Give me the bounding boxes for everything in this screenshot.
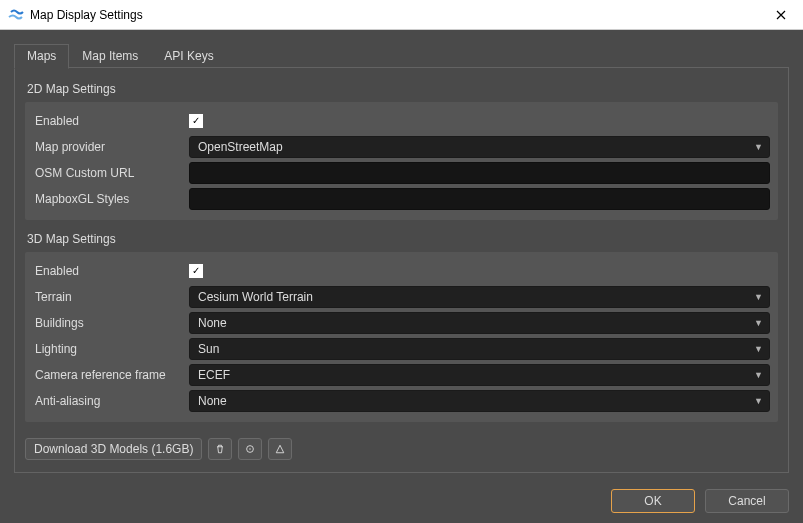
tab-maps[interactable]: Maps — [14, 44, 69, 69]
checkbox-3d-enabled[interactable]: ✓ — [189, 264, 203, 278]
window-title: Map Display Settings — [30, 8, 765, 22]
select-map-provider[interactable]: OpenStreetMap ▼ — [189, 136, 770, 158]
select-terrain[interactable]: Cesium World Terrain ▼ — [189, 286, 770, 308]
chevron-down-icon: ▼ — [754, 344, 763, 354]
tabs: Maps Map Items API Keys — [14, 44, 789, 68]
select-map-provider-value: OpenStreetMap — [198, 140, 283, 154]
label-anti-aliasing: Anti-aliasing — [33, 392, 183, 410]
label-camera-ref-frame: Camera reference frame — [33, 366, 183, 384]
app-icon — [8, 7, 24, 23]
trash-icon — [214, 443, 226, 455]
tab-api-keys-label: API Keys — [164, 49, 213, 63]
label-3d-enabled: Enabled — [33, 262, 183, 280]
tab-api-keys[interactable]: API Keys — [151, 44, 226, 68]
select-lighting-value: Sun — [198, 342, 219, 356]
select-buildings[interactable]: None ▼ — [189, 312, 770, 334]
chevron-down-icon: ▼ — [754, 370, 763, 380]
dialog-buttons: OK Cancel — [14, 473, 789, 513]
label-terrain: Terrain — [33, 288, 183, 306]
close-icon — [776, 10, 786, 20]
section-title-2d: 2D Map Settings — [27, 82, 778, 96]
close-button[interactable] — [765, 3, 797, 27]
cancel-button[interactable]: Cancel — [705, 489, 789, 513]
recenter-button[interactable] — [238, 438, 262, 460]
chevron-down-icon: ▼ — [754, 142, 763, 152]
chevron-down-icon: ▼ — [754, 318, 763, 328]
select-terrain-value: Cesium World Terrain — [198, 290, 313, 304]
download-3d-models-button[interactable]: Download 3D Models (1.6GB) — [25, 438, 202, 460]
input-mapboxgl-styles[interactable] — [189, 188, 770, 210]
cancel-button-label: Cancel — [728, 494, 765, 508]
label-mapboxgl-styles: MapboxGL Styles — [33, 190, 183, 208]
form-2d: Enabled ✓ Map provider OpenStreetMap ▼ O… — [25, 102, 778, 220]
label-2d-enabled: Enabled — [33, 112, 183, 130]
label-osm-custom-url: OSM Custom URL — [33, 164, 183, 182]
triangle-icon — [274, 443, 286, 455]
select-camera-ref-frame[interactable]: ECEF ▼ — [189, 364, 770, 386]
select-camera-ref-frame-value: ECEF — [198, 368, 230, 382]
select-anti-aliasing[interactable]: None ▼ — [189, 390, 770, 412]
select-lighting[interactable]: Sun ▼ — [189, 338, 770, 360]
dialog-body: Maps Map Items API Keys 2D Map Settings … — [0, 30, 803, 523]
form-3d: Enabled ✓ Terrain Cesium World Terrain ▼… — [25, 252, 778, 422]
chevron-down-icon: ▼ — [754, 292, 763, 302]
select-anti-aliasing-value: None — [198, 394, 227, 408]
ok-button[interactable]: OK — [611, 489, 695, 513]
tab-panel-maps: 2D Map Settings Enabled ✓ Map provider O… — [14, 68, 789, 473]
label-map-provider: Map provider — [33, 138, 183, 156]
delete-models-button[interactable] — [208, 438, 232, 460]
section-3d-map-settings: 3D Map Settings Enabled ✓ Terrain Cesium… — [15, 232, 788, 428]
target-icon — [244, 443, 256, 455]
tab-map-items-label: Map Items — [82, 49, 138, 63]
chevron-down-icon: ▼ — [754, 396, 763, 406]
tab-maps-label: Maps — [27, 49, 56, 63]
titlebar: Map Display Settings — [0, 0, 803, 30]
label-buildings: Buildings — [33, 314, 183, 332]
download-3d-models-label: Download 3D Models (1.6GB) — [34, 442, 193, 456]
select-buildings-value: None — [198, 316, 227, 330]
ok-button-label: OK — [644, 494, 661, 508]
svg-point-1 — [250, 448, 252, 450]
checkbox-2d-enabled[interactable]: ✓ — [189, 114, 203, 128]
label-lighting: Lighting — [33, 340, 183, 358]
tab-map-items[interactable]: Map Items — [69, 44, 151, 68]
triangle-button[interactable] — [268, 438, 292, 460]
model-actions-row: Download 3D Models (1.6GB) — [25, 438, 778, 460]
section-title-3d: 3D Map Settings — [27, 232, 778, 246]
input-osm-custom-url[interactable] — [189, 162, 770, 184]
section-2d-map-settings: 2D Map Settings Enabled ✓ Map provider O… — [15, 68, 788, 226]
